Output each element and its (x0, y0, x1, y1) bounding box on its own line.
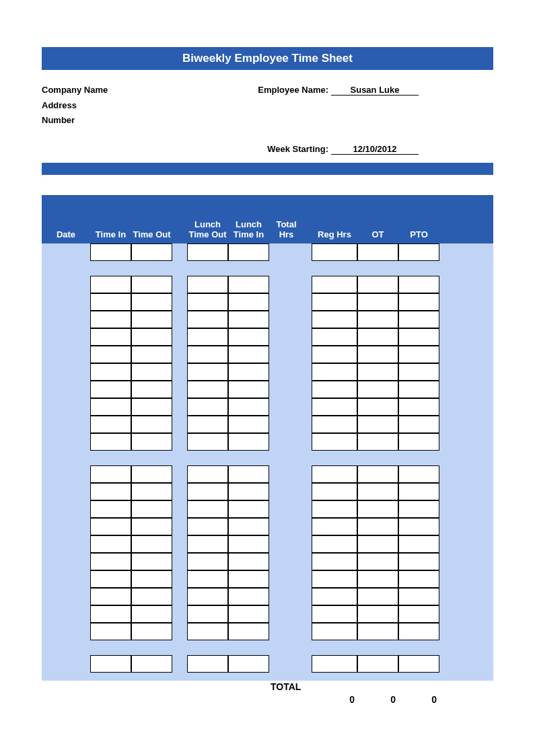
input-cell[interactable] (187, 588, 228, 605)
input-cell[interactable] (398, 483, 439, 500)
input-cell[interactable] (228, 605, 269, 623)
input-cell[interactable] (398, 416, 439, 433)
input-cell[interactable] (131, 381, 172, 398)
input-cell[interactable] (398, 500, 439, 518)
input-cell[interactable] (131, 655, 172, 673)
input-cell[interactable] (90, 553, 131, 570)
input-cell[interactable] (312, 553, 357, 570)
input-cell[interactable] (187, 416, 228, 433)
input-cell[interactable] (187, 328, 228, 346)
input-cell[interactable] (228, 243, 269, 261)
input-cell[interactable] (312, 381, 357, 398)
input-cell[interactable] (90, 311, 131, 328)
input-cell[interactable] (90, 535, 131, 553)
input-cell[interactable] (131, 553, 172, 570)
input-cell[interactable] (312, 500, 357, 518)
input-cell[interactable] (228, 553, 269, 570)
input-cell[interactable] (228, 311, 269, 328)
input-cell[interactable] (357, 588, 398, 605)
input-cell[interactable] (90, 346, 131, 363)
input-cell[interactable] (187, 465, 228, 483)
input-cell[interactable] (312, 465, 357, 483)
input-cell[interactable] (187, 381, 228, 398)
input-cell[interactable] (131, 433, 172, 451)
input-cell[interactable] (312, 570, 357, 588)
input-cell[interactable] (398, 311, 439, 328)
input-cell[interactable] (398, 398, 439, 416)
input-cell[interactable] (398, 433, 439, 451)
input-cell[interactable] (357, 346, 398, 363)
input-cell[interactable] (398, 465, 439, 483)
input-cell[interactable] (90, 518, 131, 535)
input-cell[interactable] (187, 655, 228, 673)
input-cell[interactable] (228, 416, 269, 433)
input-cell[interactable] (357, 328, 398, 346)
input-cell[interactable] (398, 363, 439, 381)
input-cell[interactable] (90, 483, 131, 500)
input-cell[interactable] (228, 623, 269, 640)
input-cell[interactable] (398, 655, 439, 673)
input-cell[interactable] (312, 605, 357, 623)
input-cell[interactable] (90, 588, 131, 605)
input-cell[interactable] (357, 605, 398, 623)
input-cell[interactable] (398, 328, 439, 346)
input-cell[interactable] (398, 623, 439, 640)
input-cell[interactable] (187, 500, 228, 518)
input-cell[interactable] (131, 328, 172, 346)
input-cell[interactable] (90, 276, 131, 293)
input-cell[interactable] (187, 346, 228, 363)
input-cell[interactable] (131, 293, 172, 311)
input-cell[interactable] (357, 243, 398, 261)
input-cell[interactable] (312, 328, 357, 346)
input-cell[interactable] (90, 605, 131, 623)
input-cell[interactable] (187, 605, 228, 623)
input-cell[interactable] (357, 398, 398, 416)
input-cell[interactable] (131, 605, 172, 623)
input-cell[interactable] (312, 433, 357, 451)
input-cell[interactable] (312, 655, 357, 673)
input-cell[interactable] (187, 623, 228, 640)
input-cell[interactable] (398, 381, 439, 398)
input-cell[interactable] (131, 398, 172, 416)
input-cell[interactable] (357, 655, 398, 673)
input-cell[interactable] (228, 518, 269, 535)
input-cell[interactable] (90, 416, 131, 433)
input-cell[interactable] (357, 311, 398, 328)
input-cell[interactable] (228, 465, 269, 483)
input-cell[interactable] (90, 465, 131, 483)
input-cell[interactable] (131, 623, 172, 640)
input-cell[interactable] (228, 535, 269, 553)
input-cell[interactable] (357, 535, 398, 553)
input-cell[interactable] (131, 346, 172, 363)
input-cell[interactable] (90, 623, 131, 640)
input-cell[interactable] (228, 363, 269, 381)
input-cell[interactable] (187, 483, 228, 500)
input-cell[interactable] (90, 293, 131, 311)
input-cell[interactable] (187, 243, 228, 261)
input-cell[interactable] (90, 500, 131, 518)
input-cell[interactable] (228, 328, 269, 346)
input-cell[interactable] (90, 381, 131, 398)
input-cell[interactable] (357, 483, 398, 500)
input-cell[interactable] (398, 276, 439, 293)
input-cell[interactable] (312, 363, 357, 381)
input-cell[interactable] (312, 243, 357, 261)
input-cell[interactable] (228, 276, 269, 293)
input-cell[interactable] (90, 398, 131, 416)
input-cell[interactable] (90, 363, 131, 381)
week-starting-value[interactable]: 12/10/2012 (331, 144, 419, 155)
input-cell[interactable] (187, 433, 228, 451)
input-cell[interactable] (228, 346, 269, 363)
input-cell[interactable] (228, 398, 269, 416)
input-cell[interactable] (312, 276, 357, 293)
input-cell[interactable] (398, 243, 439, 261)
input-cell[interactable] (398, 605, 439, 623)
input-cell[interactable] (312, 311, 357, 328)
input-cell[interactable] (357, 381, 398, 398)
input-cell[interactable] (90, 433, 131, 451)
input-cell[interactable] (357, 465, 398, 483)
input-cell[interactable] (398, 588, 439, 605)
input-cell[interactable] (187, 553, 228, 570)
input-cell[interactable] (312, 588, 357, 605)
input-cell[interactable] (187, 276, 228, 293)
